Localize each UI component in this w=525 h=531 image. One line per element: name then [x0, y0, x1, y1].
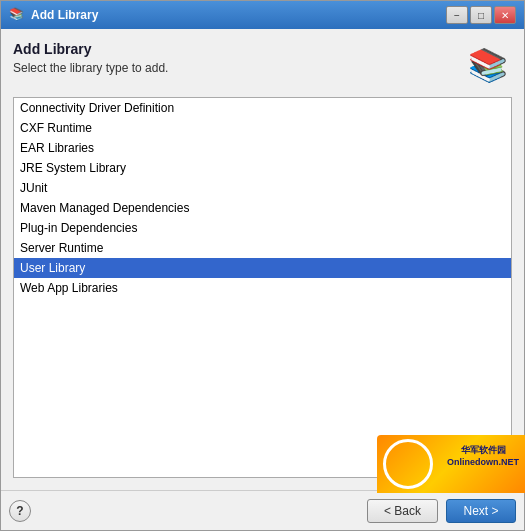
library-list[interactable]: Connectivity Driver DefinitionCXF Runtim… — [13, 97, 512, 478]
list-item[interactable]: User Library — [14, 258, 511, 278]
list-item[interactable]: Connectivity Driver Definition — [14, 98, 511, 118]
books-icon: 📚 — [468, 46, 508, 84]
title-bar: 📚 Add Library − □ ✕ — [1, 1, 524, 29]
list-item[interactable]: Plug-in Dependencies — [14, 218, 511, 238]
list-item[interactable]: Maven Managed Dependencies — [14, 198, 511, 218]
list-item[interactable]: CXF Runtime — [14, 118, 511, 138]
watermark: 华军软件园 Onlinedown.NET — [377, 435, 525, 493]
window-icon: 📚 — [9, 7, 25, 23]
list-item[interactable]: Server Runtime — [14, 238, 511, 258]
close-button[interactable]: ✕ — [494, 6, 516, 24]
window-title: Add Library — [31, 8, 440, 22]
header-section: Add Library Select the library type to a… — [13, 41, 512, 89]
back-button[interactable]: < Back — [367, 499, 438, 523]
bottom-bar: ? < Back Next > — [1, 490, 524, 530]
list-item[interactable]: Web App Libraries — [14, 278, 511, 298]
list-item[interactable]: JUnit — [14, 178, 511, 198]
window-controls: − □ ✕ — [446, 6, 516, 24]
watermark-text: 华军软件园 Onlinedown.NET — [447, 445, 519, 468]
help-button[interactable]: ? — [9, 500, 31, 522]
header-icon: 📚 — [464, 41, 512, 89]
restore-button[interactable]: □ — [470, 6, 492, 24]
dialog-subtitle: Select the library type to add. — [13, 61, 464, 75]
watermark-circle — [383, 439, 433, 489]
window-content: Add Library Select the library type to a… — [1, 29, 524, 490]
dialog-title: Add Library — [13, 41, 464, 57]
list-item[interactable]: EAR Libraries — [14, 138, 511, 158]
list-item[interactable]: JRE System Library — [14, 158, 511, 178]
add-library-window: 📚 Add Library − □ ✕ Add Library Select t… — [0, 0, 525, 531]
next-button[interactable]: Next > — [446, 499, 516, 523]
minimize-button[interactable]: − — [446, 6, 468, 24]
header-text: Add Library Select the library type to a… — [13, 41, 464, 75]
